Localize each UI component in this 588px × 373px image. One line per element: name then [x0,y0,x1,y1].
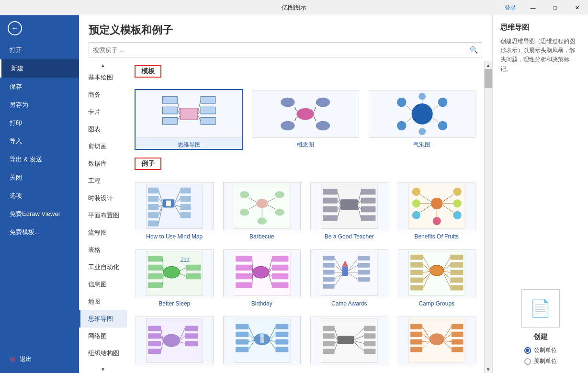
category-database[interactable]: 数据库 [79,155,127,172]
sidebar-item-export[interactable]: 导出 & 发送 [0,150,79,169]
example-thumb-better-sleep: Zzz [136,249,214,297]
scroll-thumb[interactable] [485,69,492,88]
create-button[interactable]: 📄 [521,289,560,328]
sidebar-item-viewer[interactable]: 免费Edraw Viewer [0,205,79,223]
scroll-up-arrow[interactable]: ▲ [485,61,492,69]
svg-rect-203 [275,347,288,352]
category-infographic[interactable]: 信息图 [79,276,127,293]
sidebar-menu: 打开 新建 保存 另存为 打印 导入 导出 & 发送 关闭 选项 免费Edraw… [0,41,79,350]
example-camp-groups[interactable]: Camp Groups [397,249,477,308]
category-engineering[interactable]: 工程 [79,172,127,190]
svg-point-90 [412,199,420,207]
sidebar-item-save[interactable]: 保存 [0,78,79,96]
search-bar: 🔍 [89,42,482,57]
exit-button[interactable]: ⊖ 退出 [0,350,79,368]
category-mindmap[interactable]: 思维导图 [79,310,127,328]
svg-rect-164 [450,262,463,268]
back-button[interactable]: ← [0,15,79,41]
example-thumb-good-teacher [310,182,388,230]
svg-rect-40 [148,212,158,218]
example-better-sleep[interactable]: Zzz Better Sleep [135,249,215,308]
category-fashion[interactable]: 时装设计 [79,190,127,207]
sidebar-item-print[interactable]: 打印 [0,114,79,132]
radio-metric[interactable] [524,347,531,354]
sidebar-item-options[interactable]: 选项 [0,187,79,205]
example-row3-1[interactable] [135,316,215,368]
template-mindmap[interactable]: 思维导图 [135,89,243,150]
scroll-down-arrow[interactable]: ▼ [485,365,492,373]
template-concept[interactable]: 概念图 [251,89,360,150]
search-icon[interactable]: 🔍 [470,46,478,54]
sidebar-item-close[interactable]: 关闭 [0,169,79,187]
window-controls: — □ ✕ [522,0,588,15]
svg-rect-215 [338,336,354,344]
sidebar-item-new[interactable]: 新建 [0,59,79,78]
svg-rect-71 [323,198,338,203]
svg-point-92 [412,211,420,219]
svg-point-26 [438,121,447,131]
category-floorplan[interactable]: 平面布置图 [79,207,127,224]
svg-rect-105 [148,265,163,271]
unit-option-imperial[interactable]: 美制单位 [524,357,557,365]
example-camp-awards[interactable]: Camp Awards [309,249,389,308]
svg-rect-37 [148,188,158,193]
svg-rect-182 [148,341,161,346]
svg-point-94 [432,217,441,225]
category-map[interactable]: 地图 [79,293,127,310]
category-basic[interactable]: 基本绘图 [79,69,127,86]
category-presentation[interactable]: 演示 [79,362,127,365]
middle-panel: 预定义模板和例子 🔍 ▲ 基本绘图 商务 卡片 图表 剪切画 数据库 [79,15,492,373]
example-row3-4[interactable] [397,316,477,368]
sidebar-item-import[interactable]: 导入 [0,132,79,150]
example-thumb-row3-4 [398,316,476,364]
example-row3-2[interactable] [222,316,302,368]
svg-rect-200 [275,324,288,329]
svg-rect-199 [236,347,249,352]
scroll-track[interactable] [485,69,492,365]
svg-rect-160 [410,270,423,275]
sidebar-item-open[interactable]: 打开 [0,41,79,59]
create-label: 创建 [533,332,548,341]
close-button[interactable]: ✕ [566,0,588,15]
category-scroll-up[interactable]: ▲ [79,61,127,69]
sidebar-item-saveas[interactable]: 另存为 [0,96,79,114]
svg-rect-144 [358,263,370,268]
svg-rect-183 [148,349,161,354]
svg-rect-238 [451,324,463,329]
category-flowchart[interactable]: 流程图 [79,224,127,241]
category-scroll-down[interactable]: ▼ [79,365,127,373]
template-thumb-concept [252,90,359,138]
sidebar-item-free-template[interactable]: 免费模板... [0,223,79,241]
search-input[interactable] [93,46,470,54]
category-network[interactable]: 网络图 [79,328,127,345]
svg-line-20 [295,117,297,121]
maximize-button[interactable]: □ [544,0,566,15]
example-good-teacher[interactable]: Be a Good Teacher [309,181,389,241]
category-industrial[interactable]: 工业自动化 [79,259,127,276]
svg-rect-213 [260,338,263,343]
category-card[interactable]: 卡片 [79,103,127,121]
template-bubble[interactable]: 气泡图 [368,89,476,150]
radio-imperial[interactable] [524,358,531,365]
exit-label: 退出 [20,355,32,363]
unit-option-metric[interactable]: 公制单位 [524,346,557,354]
example-birthday[interactable]: Birthday [222,249,302,308]
category-chart[interactable]: 图表 [79,121,127,138]
category-business[interactable]: 商务 [79,86,127,103]
example-fruits[interactable]: Benefits Of Fruits [397,181,477,241]
example-row3-3[interactable] [309,316,389,368]
category-table[interactable]: 表格 [79,241,127,259]
template-name-mindmap: 思维导图 [176,141,203,149]
template-thumb-mindmap [136,90,242,138]
login-link[interactable]: 登录 [505,0,516,15]
example-barbecue[interactable]: Barbecue [222,181,302,241]
example-thumb-row3-3 [310,316,388,364]
svg-rect-222 [364,341,376,346]
svg-point-61 [275,209,284,216]
category-org[interactable]: 组织结构图 [79,345,127,362]
svg-rect-221 [364,333,376,339]
example-how-to-use[interactable]: How to Use Mind Map [135,181,215,241]
category-clipart[interactable]: 剪切画 [79,138,127,155]
svg-rect-161 [410,278,423,283]
minimize-button[interactable]: — [522,0,544,15]
